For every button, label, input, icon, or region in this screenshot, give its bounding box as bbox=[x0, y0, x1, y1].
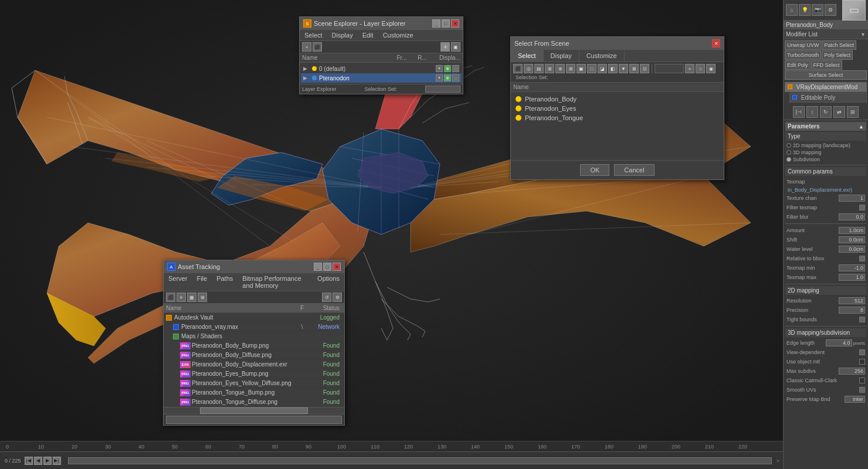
icon-arrows[interactable]: ⇄ bbox=[833, 106, 845, 118]
btn-edit-poly[interactable]: Edit Poly bbox=[785, 60, 811, 70]
max-subdivs-input[interactable] bbox=[839, 368, 865, 375]
btn-turbosmooth[interactable]: TurboSmooth bbox=[785, 50, 821, 60]
radio-subdivision[interactable]: Subdivision bbox=[785, 156, 866, 163]
timeline-next-frame[interactable]: ▶| bbox=[53, 457, 61, 465]
sfs-icon-star[interactable]: ☆ bbox=[696, 64, 705, 73]
btn-unwrap-uvw[interactable]: Unwrap UVW bbox=[785, 40, 822, 50]
sfs-icon-4[interactable]: ⊞ bbox=[545, 64, 554, 73]
sfs-item-1[interactable]: Pteranodon_Eyes bbox=[513, 104, 721, 113]
at-titlebar[interactable]: A Asset Tracking _ □ ✕ bbox=[164, 260, 344, 273]
filter-blur-input[interactable] bbox=[839, 213, 865, 220]
at-menu-paths[interactable]: Paths bbox=[212, 273, 238, 291]
sfs-icon-8[interactable]: □ bbox=[587, 64, 596, 73]
classic-catmull-checkbox[interactable] bbox=[859, 378, 865, 383]
sfs-icon-5[interactable]: ⊕ bbox=[555, 64, 565, 73]
se-toolbar-icon-1[interactable]: × bbox=[302, 42, 311, 52]
timeline-track[interactable] bbox=[68, 457, 772, 464]
preserve-map-end-input[interactable] bbox=[845, 396, 865, 403]
sfs-close[interactable]: ✕ bbox=[712, 39, 720, 47]
icon-rotate[interactable]: ↻ bbox=[820, 106, 832, 118]
sfs-icon-3[interactable]: ▤ bbox=[534, 64, 544, 73]
sfs-icon-2[interactable]: ◎ bbox=[524, 64, 533, 73]
btn-patch-select[interactable]: Patch Select bbox=[822, 40, 857, 50]
at-menu-options[interactable]: Options bbox=[313, 273, 344, 291]
sfs-icon-9[interactable]: ◪ bbox=[598, 64, 607, 73]
sfs-tab-customize[interactable]: Customize bbox=[579, 50, 625, 62]
btn-surface-select[interactable]: Surface Select bbox=[785, 70, 867, 80]
sfs-search[interactable] bbox=[655, 64, 684, 73]
tight-bounds-checkbox[interactable] bbox=[859, 317, 865, 322]
scene-explorer-minimize[interactable]: _ bbox=[432, 19, 440, 28]
sfs-cancel-button[interactable]: Cancel bbox=[614, 164, 654, 176]
at-icon-3[interactable]: ▦ bbox=[187, 293, 196, 302]
btn-ffd-select[interactable]: FFD Select bbox=[811, 60, 842, 70]
at-row-vault[interactable]: Autodesk Vault Logged bbox=[164, 313, 344, 322]
at-row-body-disp[interactable]: EXR Pteranodon_Body_Displacement.exr Fou… bbox=[178, 360, 344, 369]
water-level-input[interactable] bbox=[839, 246, 865, 253]
icon-align[interactable]: ⊞ bbox=[847, 106, 859, 118]
modifier-vray-displacement[interactable]: VRayDisplacementMod bbox=[785, 82, 867, 92]
sfs-item-0[interactable]: Pteranodon_Body bbox=[513, 94, 721, 104]
at-menu-file[interactable]: File bbox=[192, 273, 212, 291]
layer-row-pteranodon[interactable]: ▶ Pteranodon ✦ ◉ □ bbox=[301, 73, 462, 83]
at-minimize[interactable]: _ bbox=[314, 263, 322, 271]
sfs-item-2[interactable]: Pteranodon_Tongue bbox=[513, 113, 721, 123]
timeline-controls[interactable]: 0 / 225 |◀ ◀ ▶ ▶| bbox=[0, 457, 63, 465]
timeline-play-start[interactable]: |◀ bbox=[25, 457, 33, 465]
precision-input[interactable] bbox=[839, 307, 865, 314]
at-scrollbar-h[interactable] bbox=[164, 407, 344, 414]
relative-bbox-checkbox[interactable] bbox=[859, 256, 865, 261]
at-menu-server[interactable]: Server bbox=[164, 273, 192, 291]
menu-select[interactable]: Select bbox=[300, 30, 327, 40]
smooth-uvs-checkbox[interactable] bbox=[859, 387, 865, 393]
sfs-icon-12[interactable]: ⊠ bbox=[629, 64, 639, 73]
at-icon-2[interactable]: ≡ bbox=[177, 293, 186, 302]
sfs-icon-1[interactable]: ⬛ bbox=[513, 64, 523, 73]
btn-poly-select[interactable]: Poly Select bbox=[822, 50, 853, 60]
filter-texmap-checkbox[interactable] bbox=[859, 205, 865, 210]
sfs-icon-10[interactable]: ◧ bbox=[608, 64, 618, 73]
menu-customize[interactable]: Customize bbox=[378, 30, 418, 40]
at-close[interactable]: ✕ bbox=[333, 263, 341, 271]
use-object-mtl-checkbox[interactable] bbox=[859, 359, 865, 365]
sfs-icon-7[interactable]: ▣ bbox=[577, 64, 586, 73]
radio-3d-mapping[interactable]: 3D mapping bbox=[785, 149, 866, 156]
timeline-play[interactable]: ▶ bbox=[43, 457, 52, 465]
menu-edit[interactable]: Edit bbox=[358, 30, 378, 40]
rp-icon-cam[interactable]: 📷 bbox=[812, 4, 823, 16]
at-row-body-bump[interactable]: PNG Pteranodon_Body_Bump.png Found bbox=[178, 341, 344, 351]
at-row-eyes-yellow[interactable]: PNG Pteranodon_Eyes_Yellow_Diffuse.png F… bbox=[178, 379, 344, 388]
scene-explorer-close[interactable]: ✕ bbox=[451, 19, 459, 28]
sfs-ok-button[interactable]: OK bbox=[580, 164, 609, 176]
resolution-input[interactable] bbox=[839, 297, 865, 304]
menu-display[interactable]: Display bbox=[327, 30, 358, 40]
icon-move[interactable]: ↕ bbox=[806, 106, 818, 118]
edge-length-input[interactable] bbox=[826, 339, 852, 346]
sfs-tab-select[interactable]: Select bbox=[511, 50, 544, 62]
sfs-icon-eye[interactable]: ◉ bbox=[706, 64, 716, 73]
icon-pin-start[interactable]: |⊣ bbox=[793, 106, 805, 118]
texmap-max-input[interactable] bbox=[839, 274, 865, 281]
at-restore[interactable]: □ bbox=[323, 263, 331, 271]
at-row-eyes-bump[interactable]: PNG Pteranodon_Eyes_Bump.png Found bbox=[178, 369, 344, 379]
at-settings[interactable]: ⚙ bbox=[333, 293, 342, 302]
scene-explorer-restore[interactable]: □ bbox=[442, 19, 450, 28]
at-row-maps[interactable]: Maps / Shaders bbox=[171, 332, 344, 341]
sfs-titlebar[interactable]: Select From Scene ✕ bbox=[511, 37, 724, 50]
timeline-prev-frame[interactable]: ◀ bbox=[34, 457, 42, 465]
shift-input[interactable] bbox=[839, 236, 865, 243]
se-toolbar-icon-3[interactable]: ▣ bbox=[451, 42, 460, 52]
texture-chan-input[interactable] bbox=[839, 195, 865, 202]
sfs-icon-close-search[interactable]: × bbox=[685, 64, 694, 73]
at-refresh[interactable]: ↺ bbox=[322, 293, 331, 302]
rp-icon-util[interactable]: ⚙ bbox=[825, 4, 836, 16]
selection-set-input[interactable] bbox=[425, 86, 460, 93]
at-icon-1[interactable]: ⬛ bbox=[166, 293, 175, 302]
rp-icon-light[interactable]: 💡 bbox=[799, 4, 811, 16]
layer-row-default[interactable]: ▶ 0 (default) ✦ ◉ □ bbox=[301, 64, 462, 73]
at-row-tongue-bump[interactable]: PNG Pteranodon_Tongue_Bump.png Found bbox=[178, 388, 344, 397]
sfs-icon-11[interactable]: ▼ bbox=[619, 64, 628, 73]
scene-explorer-titlebar[interactable]: S Scene Explorer - Layer Explorer _ □ ✕ bbox=[300, 17, 463, 30]
sfs-icon-6[interactable]: ⊞ bbox=[566, 64, 575, 73]
at-row-max[interactable]: Pteranodon_vray.max \ Network bbox=[171, 322, 344, 332]
